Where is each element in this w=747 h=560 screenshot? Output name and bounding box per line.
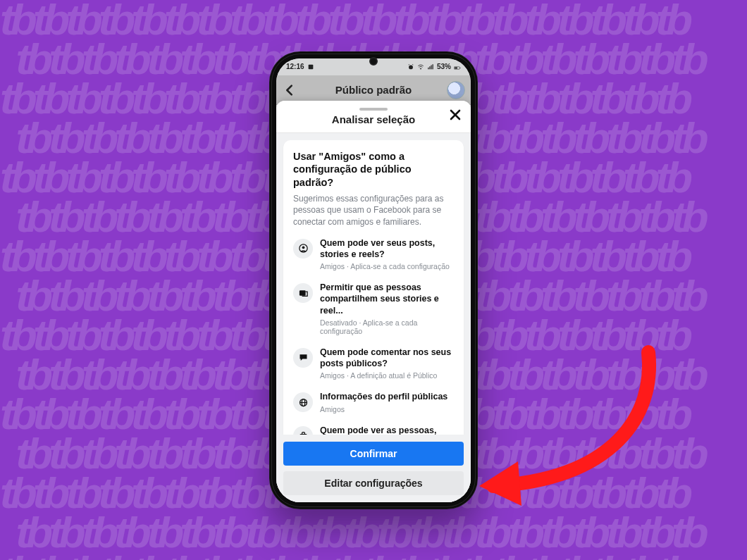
svg-rect-6 (432, 64, 433, 69)
edit-settings-button[interactable]: Editar configurações (283, 471, 464, 495)
item-title: Quem pode ver seus posts, stories e reel… (320, 237, 454, 261)
setting-item-following[interactable]: Quem pode ver as pessoas, Páginas e list… (293, 425, 454, 435)
item-sub: Desativado · Aplica-se a cada configuraç… (320, 318, 454, 335)
card-subtitle: Sugerimos essas configurações para as pe… (293, 193, 454, 228)
phone-screen: 12:16 53% (276, 58, 471, 502)
item-sub: Amigos · A definição atual é Público (320, 371, 454, 380)
svg-rect-0 (308, 64, 313, 69)
wifi-icon (417, 63, 424, 70)
sheet-body[interactable]: Usar "Amigos" como a configuração de púb… (276, 133, 471, 435)
battery-icon (454, 63, 461, 70)
setting-item-comment[interactable]: Quem pode comentar nos seus posts públic… (293, 347, 454, 380)
notification-icon (307, 63, 314, 70)
sheet-grabber[interactable] (359, 108, 388, 111)
phone-frame: 12:16 53% (269, 51, 478, 509)
svg-rect-9 (460, 67, 461, 68)
svg-point-1 (409, 65, 413, 69)
close-button[interactable] (447, 106, 464, 123)
item-title: Quem pode comentar nos seus posts públic… (320, 347, 454, 370)
signal-icon (427, 63, 434, 70)
settings-card: Usar "Amigos" como a configuração de púb… (283, 140, 464, 435)
item-sub: Amigos (320, 405, 454, 413)
phone-camera (369, 57, 378, 66)
item-sub: Amigos · Aplica-se a cada configuração (320, 262, 454, 270)
sheet-title: Analisar seleção (276, 113, 471, 125)
status-time: 12:16 (286, 63, 304, 70)
back-button[interactable] (282, 82, 297, 98)
comment-icon (293, 348, 313, 368)
svg-rect-4 (429, 66, 430, 69)
setting-item-share[interactable]: Permitir que as pessoas compartilhem seu… (293, 282, 454, 335)
svg-point-13 (302, 247, 304, 249)
card-heading: Usar "Amigos" como a configuração de púb… (293, 150, 454, 189)
globe-icon (293, 392, 313, 412)
battery-percent: 53% (437, 63, 451, 70)
svg-rect-8 (455, 67, 457, 68)
confirm-button[interactable]: Confirmar (283, 442, 464, 466)
item-title: Permitir que as pessoas compartilhem seu… (320, 282, 454, 316)
item-title: Informações do perfil públicas (320, 391, 454, 402)
settings-list: Quem pode ver seus posts, stories e reel… (293, 237, 454, 435)
sheet-header: Analisar seleção (276, 101, 471, 133)
setting-item-public-info[interactable]: Informações do perfil públicas Amigos (293, 391, 454, 413)
svg-point-2 (420, 68, 421, 68)
profile-icon (293, 239, 313, 259)
share-icon (293, 283, 313, 303)
briefcase-icon (293, 426, 313, 435)
page-title: Público padrão (335, 84, 412, 96)
item-title: Quem pode ver as pessoas, Páginas e list… (320, 425, 454, 435)
svg-rect-5 (431, 65, 431, 69)
setting-item-posts[interactable]: Quem pode ver seus posts, stories e reel… (293, 237, 454, 271)
svg-rect-14 (299, 290, 305, 296)
bottom-sheet: Analisar seleção Usar "Amigos" como a co… (276, 101, 471, 502)
svg-rect-3 (428, 67, 428, 69)
avatar[interactable] (447, 81, 465, 99)
alarm-icon (407, 63, 414, 70)
sheet-footer: Confirmar Editar configurações (276, 435, 471, 502)
